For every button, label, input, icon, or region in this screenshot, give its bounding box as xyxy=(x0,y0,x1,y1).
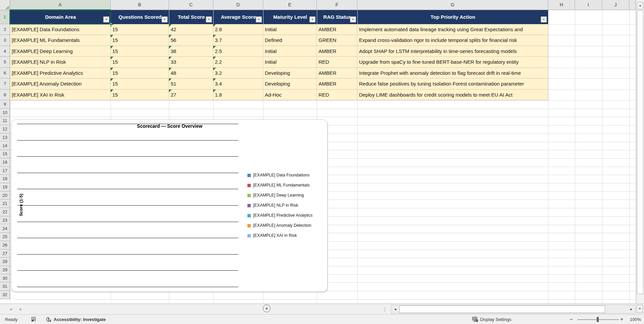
filter-dropdown-button[interactable]: ▼ xyxy=(541,16,547,22)
table-cell[interactable]: Developing xyxy=(263,78,317,89)
table-cell[interactable]: 15 xyxy=(111,24,169,35)
table-cell[interactable]: 51 xyxy=(169,78,213,89)
row-header-23[interactable]: 23 xyxy=(0,216,10,225)
column-header-I[interactable]: I xyxy=(575,0,602,10)
row-header-11[interactable]: 11 xyxy=(0,117,10,125)
macro-record-icon[interactable] xyxy=(31,317,36,322)
table-cell[interactable]: Expand cross-validation rigor to include… xyxy=(357,35,548,46)
table-cell[interactable]: 15 xyxy=(111,57,169,67)
row-header-12[interactable]: 12 xyxy=(0,125,10,133)
row-header-3[interactable]: 3 xyxy=(0,35,10,46)
tab-scroll-right-icon[interactable]: ▸ xyxy=(17,305,24,313)
row-header-26[interactable]: 26 xyxy=(0,241,10,250)
filter-dropdown-button[interactable]: ▼ xyxy=(206,16,212,22)
table-cell[interactable]: Integrate Prophet with anomaly detection… xyxy=(357,68,548,78)
table-cell[interactable]: 38 xyxy=(169,46,213,57)
table-cell[interactable]: RED xyxy=(317,90,357,100)
horizontal-scrollbar[interactable]: ◄ ► xyxy=(391,305,636,314)
select-all-button[interactable] xyxy=(0,0,10,10)
filter-dropdown-button[interactable]: ▼ xyxy=(256,16,262,22)
table-cell[interactable]: GREEN xyxy=(317,35,357,46)
table-cell[interactable]: Defined xyxy=(263,35,317,46)
table-cell[interactable]: Initial xyxy=(263,24,317,35)
table-cell[interactable]: [EXAMPLE] XAI in Risk xyxy=(10,90,111,100)
scroll-right-button[interactable]: ► xyxy=(628,306,635,313)
table-cell[interactable]: Initial xyxy=(263,46,317,57)
table-cell[interactable]: [EXAMPLE] Deep Learning xyxy=(10,46,111,57)
row-header-7[interactable]: 7 xyxy=(0,78,10,89)
table-cell[interactable]: 33 xyxy=(169,57,213,67)
table-cell[interactable]: Initial xyxy=(263,57,317,67)
table-cell[interactable]: Deploy LIME dashboards for credit scorin… xyxy=(357,90,548,100)
table-cell[interactable]: Adopt SHAP for LSTM interpretability in … xyxy=(357,46,548,57)
table-cell[interactable]: 42 xyxy=(169,24,213,35)
table-cell[interactable]: 56 xyxy=(169,35,213,46)
row-header-21[interactable]: 21 xyxy=(0,200,10,208)
table-header-cell[interactable]: Average Score▼ xyxy=(213,10,263,24)
table-cell[interactable]: [EXAMPLE] ML Fundamentals xyxy=(10,35,111,46)
table-cell[interactable]: RED xyxy=(317,57,357,67)
vertical-scroll-thumb[interactable] xyxy=(637,10,643,294)
row-header-1[interactable]: 1 xyxy=(0,10,10,24)
table-cell[interactable]: AMBER xyxy=(317,24,357,35)
filter-dropdown-button[interactable]: ▼ xyxy=(162,16,168,22)
row-header-9[interactable]: 9 xyxy=(0,100,10,109)
display-settings-label[interactable]: Display Settings xyxy=(480,317,511,322)
table-header-cell[interactable]: Domain Area▼ xyxy=(10,10,111,24)
table-cell[interactable]: 48 xyxy=(169,68,213,78)
column-header-B[interactable]: B xyxy=(111,0,169,10)
table-cell[interactable]: AMBER xyxy=(317,78,357,89)
row-header-2[interactable]: 2 xyxy=(0,24,10,35)
tab-grip-icon[interactable]: ⋮ xyxy=(382,305,386,314)
row-header-18[interactable]: 18 xyxy=(0,175,10,183)
row-header-25[interactable]: 25 xyxy=(0,233,10,241)
table-header-cell[interactable]: Top Priority Action▼ xyxy=(357,10,548,24)
row-header-29[interactable]: 29 xyxy=(0,266,10,274)
table-cell[interactable]: [EXAMPLE] Anomaly Detection xyxy=(10,78,111,89)
table-cell[interactable]: 2.8 xyxy=(213,24,263,35)
table-header-cell[interactable]: Total Score▼ xyxy=(169,10,213,24)
table-cell[interactable]: 15 xyxy=(111,78,169,89)
add-sheet-button[interactable]: + xyxy=(263,305,271,312)
table-cell[interactable]: 3.7 xyxy=(213,35,263,46)
row-header-10[interactable]: 10 xyxy=(0,109,10,117)
row-header-14[interactable]: 14 xyxy=(0,142,10,150)
zoom-out-button[interactable]: − xyxy=(570,316,573,323)
fill-handle[interactable] xyxy=(110,23,112,25)
scroll-left-button[interactable]: ◄ xyxy=(392,306,399,313)
row-header-5[interactable]: 5 xyxy=(0,57,10,67)
table-cell[interactable]: AMBER xyxy=(317,68,357,78)
table-cell[interactable]: 15 xyxy=(111,90,169,100)
row-header-22[interactable]: 22 xyxy=(0,208,10,216)
row-header-27[interactable]: 27 xyxy=(0,250,10,258)
row-header-13[interactable]: 13 xyxy=(0,133,10,142)
row-header-20[interactable]: 20 xyxy=(0,192,10,200)
vertical-scrollbar[interactable]: ▲ xyxy=(636,0,644,304)
row-header-8[interactable]: 8 xyxy=(0,90,10,100)
column-header-D[interactable]: D xyxy=(213,0,263,10)
table-header-cell[interactable]: RAG Status▼ xyxy=(317,10,357,24)
column-header-partial[interactable] xyxy=(629,0,636,10)
table-header-cell[interactable]: Maturity Level▼ xyxy=(263,10,317,24)
row-header-30[interactable]: 30 xyxy=(0,274,10,283)
row-header-32[interactable]: 32 xyxy=(0,291,10,299)
table-cell[interactable]: 2.5 xyxy=(213,46,263,57)
zoom-slider-handle[interactable] xyxy=(597,317,599,322)
table-cell[interactable]: Reduce false positives by tuning Isolati… xyxy=(357,78,548,89)
table-cell[interactable]: 15 xyxy=(111,46,169,57)
table-cell[interactable]: Ad-Hoc xyxy=(263,90,317,100)
table-cell[interactable]: 27 xyxy=(169,90,213,100)
horizontal-scroll-thumb[interactable] xyxy=(399,306,605,313)
row-header-24[interactable]: 24 xyxy=(0,225,10,233)
row-header-28[interactable]: 28 xyxy=(0,258,10,266)
table-cell[interactable]: [EXAMPLE] Data Foundations xyxy=(10,24,111,35)
row-header-16[interactable]: 16 xyxy=(0,158,10,167)
row-header-19[interactable]: 19 xyxy=(0,183,10,192)
column-header-C[interactable]: C xyxy=(169,0,213,10)
column-header-F[interactable]: F xyxy=(317,0,357,10)
table-cell[interactable]: Upgrade from spaCy to fine-tuned BERT-ba… xyxy=(357,57,548,67)
column-header-E[interactable]: E xyxy=(263,0,317,10)
row-header-17[interactable]: 17 xyxy=(0,167,10,175)
table-header-cell[interactable]: Questions Scored▼ xyxy=(111,10,169,24)
table-cell[interactable]: 3.2 xyxy=(213,68,263,78)
